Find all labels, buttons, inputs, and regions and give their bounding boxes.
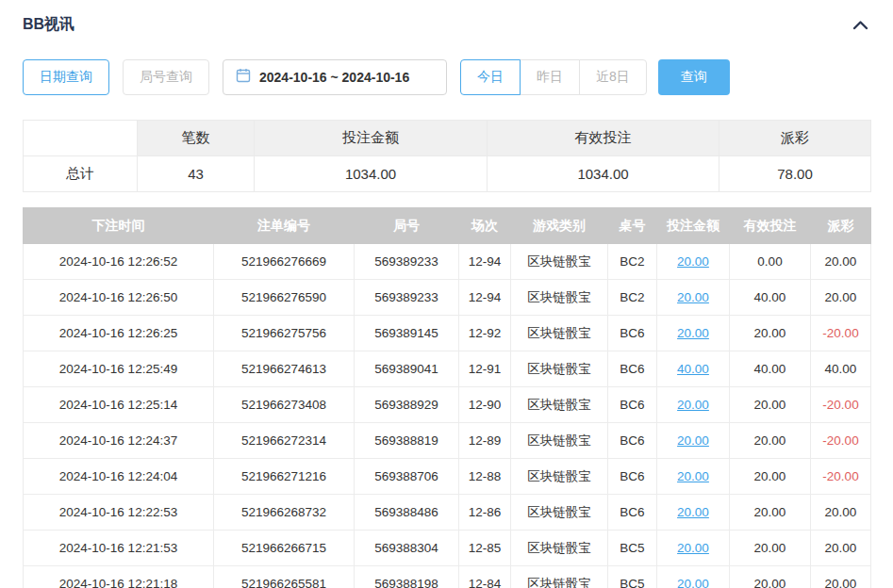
- cell-bet-id: 521966265581: [214, 566, 355, 588]
- cell-session: 12-94: [459, 244, 511, 280]
- summary-header-bet-amount: 投注金额: [255, 121, 488, 156]
- cell-valid-bet: 20.00: [730, 531, 811, 566]
- cell-game-type: 区块链骰宝: [511, 244, 608, 280]
- cell-round-id: 569388198: [355, 566, 459, 588]
- cell-table-no: BC6: [608, 351, 657, 387]
- collapse-panel-button[interactable]: [851, 18, 870, 32]
- table-row: 2024-10-16 12:26:25 521966275756 5693891…: [24, 316, 871, 351]
- summary-bet-amount-value: 1034.00: [255, 156, 488, 192]
- cell-game-type: 区块链骰宝: [511, 423, 608, 459]
- tab-round-query[interactable]: 局号查询: [123, 59, 209, 95]
- bb-video-panel: BB视讯 日期查询 局号查询 2024-10-16 ~ 2024-10-16 今…: [0, 0, 893, 588]
- cell-valid-bet: 20.00: [730, 459, 811, 495]
- cell-bet-amount: 20.00: [657, 280, 730, 316]
- cell-round-id: 569388929: [355, 387, 459, 423]
- cell-bet-time: 2024-10-16 12:22:53: [24, 495, 214, 531]
- cell-round-id: 569389041: [355, 351, 459, 387]
- records-tbody: 2024-10-16 12:26:52 521966276669 5693892…: [24, 244, 871, 588]
- cell-valid-bet: 20.00: [730, 495, 811, 531]
- records-table: 下注时间 注单编号 局号 场次 游戏类别 桌号 投注金额 有效投注 派彩 202…: [23, 207, 871, 588]
- cell-round-id: 569388706: [355, 459, 459, 495]
- bet-amount-link[interactable]: 20.00: [677, 505, 709, 519]
- header-bet-time: 下注时间: [24, 208, 214, 244]
- table-row: 2024-10-16 12:26:50 521966276590 5693892…: [24, 280, 871, 316]
- cell-round-id: 569388304: [355, 531, 459, 566]
- cell-bet-id: 521966266715: [214, 531, 355, 566]
- cell-valid-bet: 20.00: [730, 423, 811, 459]
- cell-payout: -20.00: [811, 387, 871, 423]
- search-button[interactable]: 查询: [658, 59, 730, 95]
- cell-bet-time: 2024-10-16 12:24:04: [24, 459, 214, 495]
- cell-round-id: 569388486: [355, 495, 459, 531]
- cell-bet-id: 521966274613: [214, 351, 355, 387]
- header-round-id: 局号: [355, 208, 459, 244]
- table-row: 2024-10-16 12:22:53 521966268732 5693884…: [24, 495, 871, 531]
- cell-payout: 20.00: [811, 495, 871, 531]
- summary-payout-value: 78.00: [719, 156, 871, 192]
- summary-total-label: 总计: [24, 156, 138, 192]
- table-row: 2024-10-16 12:24:37 521966272314 5693888…: [24, 423, 871, 459]
- quick-today-button[interactable]: 今日: [460, 59, 521, 95]
- cell-bet-amount: 40.00: [657, 351, 730, 387]
- cell-payout: 20.00: [811, 244, 871, 280]
- summary-header-payout: 派彩: [719, 121, 871, 156]
- cell-bet-id: 521966275756: [214, 316, 355, 351]
- bet-amount-link[interactable]: 40.00: [677, 362, 709, 376]
- cell-table-no: BC6: [608, 495, 657, 531]
- cell-game-type: 区块链骰宝: [511, 531, 608, 566]
- bet-amount-link[interactable]: 20.00: [677, 433, 709, 448]
- bet-amount-link[interactable]: 20.00: [677, 577, 709, 588]
- cell-valid-bet: 20.00: [730, 566, 811, 588]
- cell-bet-id: 521966271216: [214, 459, 355, 495]
- summary-header-row: 笔数 投注金额 有效投注 派彩: [24, 121, 871, 156]
- cell-bet-time: 2024-10-16 12:21:53: [24, 531, 214, 566]
- bet-amount-link[interactable]: 20.00: [677, 254, 709, 269]
- cell-valid-bet: 0.00: [730, 244, 811, 280]
- table-row: 2024-10-16 12:21:53 521966266715 5693883…: [24, 531, 871, 566]
- cell-round-id: 569389233: [355, 244, 459, 280]
- cell-game-type: 区块链骰宝: [511, 316, 608, 351]
- bet-amount-link[interactable]: 20.00: [677, 290, 709, 304]
- cell-payout: -20.00: [811, 423, 871, 459]
- date-range-value: 2024-10-16 ~ 2024-10-16: [259, 70, 409, 85]
- records-header-row: 下注时间 注单编号 局号 场次 游戏类别 桌号 投注金额 有效投注 派彩: [24, 208, 871, 244]
- cell-bet-amount: 20.00: [657, 387, 730, 423]
- cell-payout: 20.00: [811, 566, 871, 588]
- summary-table: 笔数 投注金额 有效投注 派彩 总计 43 1034.00 1034.00 78…: [23, 120, 871, 192]
- quick-yesterday-button[interactable]: 昨日: [520, 59, 580, 95]
- cell-session: 12-94: [459, 280, 511, 316]
- calendar-icon: [236, 68, 251, 87]
- cell-game-type: 区块链骰宝: [511, 280, 608, 316]
- cell-bet-amount: 20.00: [657, 566, 730, 588]
- chevron-up-icon: [852, 19, 868, 33]
- tab-date-query[interactable]: 日期查询: [23, 59, 109, 95]
- cell-bet-time: 2024-10-16 12:26:50: [24, 280, 214, 316]
- cell-bet-amount: 20.00: [657, 495, 730, 531]
- cell-table-no: BC2: [608, 280, 657, 316]
- cell-payout: 40.00: [811, 351, 871, 387]
- header-valid-bet: 有效投注: [730, 208, 811, 244]
- table-row: 2024-10-16 12:25:14 521966273408 5693889…: [24, 387, 871, 423]
- cell-session: 12-90: [459, 387, 511, 423]
- cell-bet-time: 2024-10-16 12:26:25: [24, 316, 214, 351]
- bet-amount-link[interactable]: 20.00: [677, 326, 709, 340]
- cell-table-no: BC6: [608, 316, 657, 351]
- summary-header-valid-bet: 有效投注: [488, 121, 719, 156]
- header-game-type: 游戏类别: [511, 208, 608, 244]
- quick-last8days-button[interactable]: 近8日: [579, 59, 647, 95]
- cell-game-type: 区块链骰宝: [511, 387, 608, 423]
- header-session: 场次: [459, 208, 511, 244]
- summary-header-blank: [24, 121, 138, 156]
- cell-round-id: 569388819: [355, 423, 459, 459]
- table-row: 2024-10-16 12:26:52 521966276669 5693892…: [24, 244, 871, 280]
- cell-bet-time: 2024-10-16 12:24:37: [24, 423, 214, 459]
- bet-amount-link[interactable]: 20.00: [677, 541, 709, 555]
- cell-bet-amount: 20.00: [657, 316, 730, 351]
- cell-bet-time: 2024-10-16 12:25:14: [24, 387, 214, 423]
- bet-amount-link[interactable]: 20.00: [677, 469, 709, 483]
- cell-round-id: 569389145: [355, 316, 459, 351]
- cell-session: 12-85: [459, 531, 511, 566]
- date-range-input[interactable]: 2024-10-16 ~ 2024-10-16: [223, 59, 447, 95]
- bet-amount-link[interactable]: 20.00: [677, 398, 709, 412]
- cell-game-type: 区块链骰宝: [511, 566, 608, 588]
